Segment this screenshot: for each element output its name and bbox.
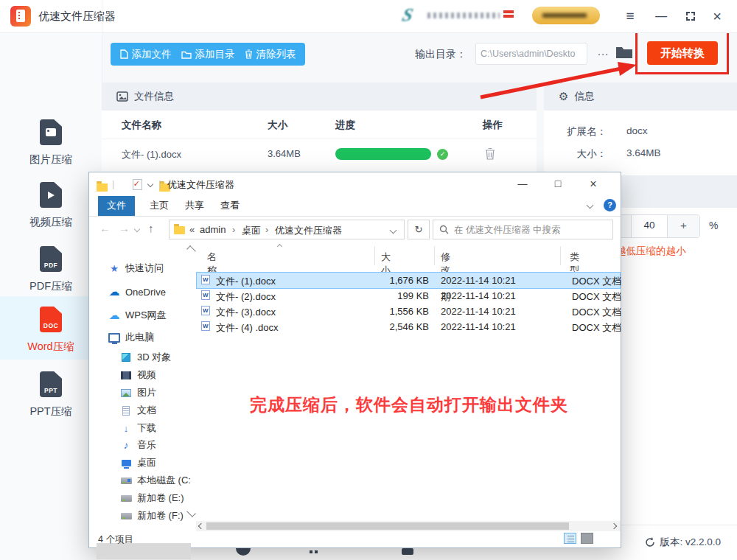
update-refresh-icon[interactable] <box>645 537 655 547</box>
details-view-icon[interactable] <box>564 533 576 544</box>
sidebar-item-label: 图片压缩 <box>0 153 102 167</box>
col-progress: 进度 <box>335 119 355 132</box>
col-size: 大小 <box>268 119 287 132</box>
annotation-note-text: 完成压缩后，软件会自动打开输出文件夹 <box>196 393 622 416</box>
nav-item-onedrive[interactable]: OneDrive <box>108 284 166 300</box>
menu-icon[interactable]: ≡ <box>618 0 643 32</box>
open-folder-icon[interactable] <box>615 45 633 59</box>
nav-item-desktop[interactable]: 桌面 <box>120 455 156 471</box>
scroll-right-icon[interactable] <box>611 523 617 529</box>
file-size: 3.64MB <box>268 148 301 159</box>
explorer-nav-pane: 快速访问 OneDrive WPS网盘 此电脑 3D 对象 视频 图片 文档 下… <box>89 243 196 521</box>
sidebar-item-label: PDF压缩 <box>0 279 102 293</box>
image-file-icon <box>40 119 62 145</box>
film-icon <box>121 371 131 379</box>
quality-value[interactable]: 40 <box>631 215 668 237</box>
nav-item-local-disk-c[interactable]: 本地磁盘 (C: <box>120 472 191 489</box>
sidebar-item-word-compress[interactable]: DOC Word压缩 <box>0 296 102 360</box>
sidebar-item-ppt-compress[interactable]: PPT PPT压缩 <box>0 367 102 422</box>
up-icon[interactable]: ↑ <box>148 222 154 234</box>
sidebar-item-label: PPT压缩 <box>0 405 102 419</box>
ext-value: docx <box>626 125 648 136</box>
file-info-header: 文件信息 <box>102 83 537 111</box>
nav-item-downloads[interactable]: 下载 <box>120 420 156 436</box>
explorer-statusbar: 4 个项目 <box>89 531 621 547</box>
folder-icon <box>97 183 108 192</box>
sidebar-item-pdf-compress[interactable]: PDF PDF压缩 <box>0 242 102 297</box>
more-icon[interactable]: … <box>594 43 612 65</box>
sidebar-item-image-compress[interactable]: 图片压缩 <box>0 115 102 170</box>
address-dropdown-icon[interactable] <box>390 227 397 234</box>
add-directory-button[interactable]: 添加目录 <box>181 48 235 61</box>
file-name: 文件- (1).docx <box>122 148 181 161</box>
help-icon[interactable]: ? <box>604 199 616 211</box>
sidebar-item-label: 视频压缩 <box>0 215 102 229</box>
forward-icon[interactable]: → <box>119 222 130 234</box>
quick-access-dropdown-icon[interactable] <box>147 181 153 187</box>
quick-access-check-icon[interactable] <box>133 179 142 190</box>
explorer-window: | | 优速文件压缩器 — □ × 文件 主页 共享 查看 ? ← → ↑ <box>88 172 621 548</box>
recent-dropdown-icon[interactable] <box>134 226 140 232</box>
address-box[interactable]: « admin › 桌面 › 优速文件压缩器 <box>169 220 405 239</box>
delete-trash-icon[interactable] <box>485 147 495 160</box>
breadcrumb-current[interactable]: 优速文件压缩器 <box>275 224 342 237</box>
nav-item-quick-access[interactable]: 快速访问 <box>108 260 164 276</box>
file-row[interactable]: 文件- (2).docx 199 KB 2022-11-14 10:21 DOC… <box>197 288 620 304</box>
thumbnail-view-icon[interactable] <box>581 533 593 544</box>
word-file-icon <box>201 290 210 300</box>
search-icon <box>439 225 449 234</box>
explorer-titlebar: | | 优速文件压缩器 — □ × <box>89 172 621 196</box>
refresh-button[interactable]: ↻ <box>408 220 430 239</box>
breadcrumb-desktop[interactable]: 桌面 <box>242 224 261 237</box>
tab-view[interactable]: 查看 <box>214 196 245 216</box>
sidebar: 图片压缩 视频压缩 PDF PDF压缩 DOC Word压缩 PPT PPT压缩 <box>0 32 102 560</box>
watermark-gold-pill-button[interactable] <box>532 7 600 24</box>
tab-share[interactable]: 共享 <box>179 196 210 216</box>
nav-item-volume-e[interactable]: 新加卷 (E:) <box>120 490 184 506</box>
video-file-icon <box>40 182 62 208</box>
search-box[interactable]: 在 优速文件压缩器 中搜索 <box>433 220 613 239</box>
output-dir-input[interactable] <box>475 43 587 65</box>
nav-item-documents[interactable]: 文档 <box>120 402 156 419</box>
size-label: 大小： <box>577 147 607 161</box>
close-icon[interactable]: × <box>705 0 730 32</box>
check-icon: ✓ <box>437 149 448 160</box>
app-title: 优速文件压缩器 <box>38 10 116 24</box>
nav-item-pictures[interactable]: 图片 <box>120 385 156 401</box>
explorer-minimize-icon[interactable]: — <box>506 172 539 195</box>
nav-item-3d-objects[interactable]: 3D 对象 <box>120 349 171 365</box>
file-row[interactable]: 文件- (3).docx 1,556 KB 2022-11-14 10:21 D… <box>197 304 620 319</box>
ribbon-collapse-icon[interactable] <box>587 202 594 209</box>
horizontal-scrollbar[interactable] <box>196 521 621 531</box>
maximize-icon[interactable] <box>678 0 703 32</box>
nav-item-this-pc[interactable]: 此电脑 <box>108 329 154 346</box>
word-file-icon <box>201 275 210 284</box>
breadcrumb-admin[interactable]: admin <box>200 224 226 235</box>
explorer-ribbon: 文件 主页 共享 查看 ? <box>89 196 621 217</box>
nav-item-wps-drive[interactable]: WPS网盘 <box>108 307 167 323</box>
ext-label: 扩展名： <box>567 125 607 139</box>
add-file-button[interactable]: 添加文件 <box>120 48 172 61</box>
file-row[interactable]: 文件- (4) .docx 2,546 KB 2022-11-14 10:21 … <box>197 319 620 335</box>
nav-item-videos[interactable]: 视频 <box>120 367 156 383</box>
scroll-left-icon[interactable] <box>198 523 204 529</box>
watermark-blurred-text <box>427 13 500 18</box>
minimize-icon[interactable]: — <box>649 0 674 32</box>
file-table-header: 文件名称 大小 进度 操作 <box>102 111 537 139</box>
tab-home[interactable]: 主页 <box>144 196 175 216</box>
explorer-maximize-icon[interactable]: □ <box>542 172 574 195</box>
back-icon[interactable]: ← <box>99 222 111 234</box>
search-placeholder: 在 优速文件压缩器 中搜索 <box>454 224 560 237</box>
scrollbar-thumb[interactable] <box>206 522 569 530</box>
sidebar-item-video-compress[interactable]: 视频压缩 <box>0 178 102 233</box>
tab-file[interactable]: 文件 <box>98 196 135 216</box>
nav-item-volume-f[interactable]: 新加卷 (F:) <box>120 508 184 524</box>
nav-item-music[interactable]: 音乐 <box>120 437 156 453</box>
start-convert-button[interactable]: 开始转换 <box>647 41 718 65</box>
clear-list-button[interactable]: 清除列表 <box>245 48 296 61</box>
hidden-bottom-icon <box>402 548 413 555</box>
col-filename: 文件名称 <box>122 119 161 132</box>
increase-button[interactable]: + <box>668 215 699 237</box>
file-row[interactable]: 文件- (1).docx 1,676 KB 2022-11-14 10:21 D… <box>197 273 620 288</box>
explorer-close-icon[interactable]: × <box>577 172 609 195</box>
